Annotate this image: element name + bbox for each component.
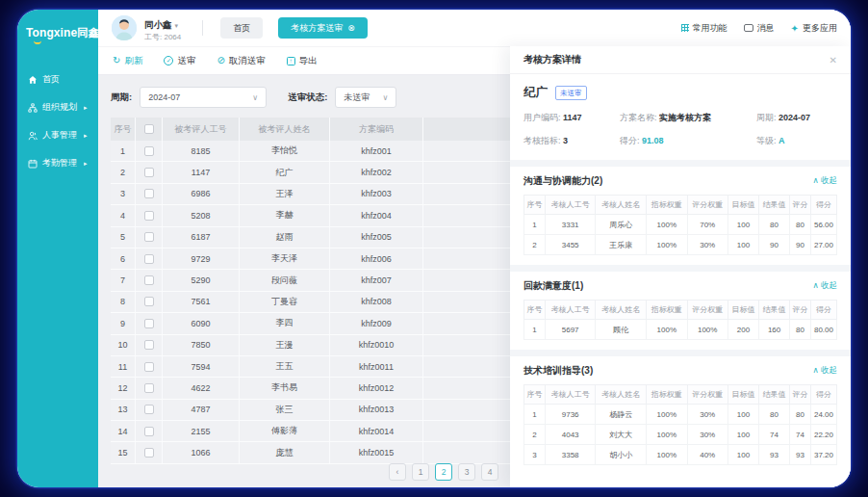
chevron-down-icon: ▾ (175, 22, 179, 29)
section-header: 技术培训指导(3)∧ 收起 (523, 364, 837, 378)
row-checkbox[interactable] (144, 448, 154, 458)
info-item: 考核指标: 3 (523, 135, 620, 147)
sidebar-item-label: 组织规划 (42, 101, 77, 114)
plan-code: khfz004 (330, 205, 423, 225)
sidebar-item-hr[interactable]: 人事管理 ▸ (17, 121, 98, 149)
section-table-row: 19736杨静云100%30%100808024.00 (524, 405, 837, 425)
row-number: 6 (111, 248, 136, 269)
section-cell: 100% (647, 425, 687, 445)
messages-button[interactable]: 消息 (744, 22, 775, 35)
row-number: 14 (111, 421, 136, 441)
row-checkbox[interactable] (144, 427, 154, 436)
row-checkbox[interactable] (144, 146, 154, 156)
collapse-button[interactable]: ∧ 收起 (812, 175, 837, 187)
collapse-button[interactable]: ∧ 收起 (812, 280, 837, 292)
employee-id: 7594 (163, 356, 240, 377)
section-cell: 100% (647, 215, 687, 235)
col-header-select (136, 118, 163, 141)
section-table-row: 24043刘大大100%30%100747422.20 (524, 425, 837, 445)
person-summary: 纪广 未送审 用户编码: 1147方案名称: 实施考核方案周期: 2024-07… (510, 74, 851, 160)
employee-id: 7561 (163, 292, 240, 312)
section-col-header: 序号 (524, 301, 546, 320)
row-checkbox[interactable] (144, 405, 154, 414)
col-header-code: 方案编码 (330, 118, 423, 141)
row-number: 5 (111, 227, 136, 248)
row-checkbox[interactable] (144, 297, 154, 306)
common-functions-button[interactable]: 常用功能 (681, 22, 728, 35)
user-menu[interactable]: 同小鑫▾ 工号: 2064 (144, 14, 181, 42)
info-item: 等级: A (756, 135, 837, 147)
tool-label: 送审 (177, 55, 195, 67)
page-button[interactable]: 2 (435, 463, 452, 481)
indicator-section: 技术培训指导(3)∧ 收起序号考核人工号考核人姓名指标权重评分权重目标值结果值评… (510, 350, 851, 475)
row-number: 12 (111, 378, 136, 398)
collapse-button[interactable]: ∧ 收起 (812, 365, 837, 377)
plan-code: khfz001 (330, 141, 423, 161)
section-col-header: 目标值 (728, 196, 758, 215)
row-checkbox[interactable] (144, 189, 154, 198)
info-label: 用户编码: (523, 113, 563, 122)
section-col-header: 考核人姓名 (596, 196, 647, 215)
section-cell: 80 (759, 215, 790, 235)
status-select[interactable]: 未送审 ∨ (335, 87, 396, 108)
page-button[interactable]: 1 (412, 463, 429, 481)
select-all-checkbox[interactable] (144, 124, 154, 134)
avatar[interactable] (112, 15, 137, 40)
section-col-header: 考核人工号 (545, 196, 596, 215)
submit-review-button[interactable]: ✓ 送审 (164, 55, 195, 67)
row-select-cell (136, 184, 163, 204)
more-apps-button[interactable]: ✦ 更多应用 (791, 22, 837, 35)
cancel-submit-button[interactable]: ⊘ 取消送审 (217, 55, 265, 67)
row-number: 2 (111, 162, 136, 182)
row-select-cell (136, 227, 163, 248)
drawer-sections: 沟通与协调能力(2)∧ 收起序号考核人工号考核人姓名指标权重评分权重目标值结果值… (510, 160, 851, 475)
section-cell: 3331 (545, 215, 596, 235)
sidebar-menu: 首页 组织规划 ▸ 人事管理 ▸ 考勤管理 ▸ (17, 65, 98, 177)
plan-code: khfz0011 (330, 356, 423, 377)
info-value: 91.08 (642, 136, 664, 145)
row-select-cell (136, 442, 163, 462)
employee-name: 王漫 (240, 335, 330, 355)
section-cell: 1 (524, 215, 546, 235)
row-checkbox[interactable] (144, 168, 154, 177)
people-icon (28, 131, 38, 141)
section-title: 技术培训指导(3) (523, 364, 593, 378)
section-col-header: 考核人姓名 (596, 385, 647, 405)
close-icon[interactable]: ✕ (830, 55, 837, 65)
row-select-cell (136, 421, 163, 441)
chevron-right-icon: ▸ (84, 132, 88, 140)
row-checkbox[interactable] (144, 211, 154, 221)
logo-smile-icon (34, 39, 41, 44)
page-button[interactable]: 4 (481, 463, 498, 481)
employee-id: 6090 (163, 313, 240, 333)
row-checkbox[interactable] (144, 254, 154, 264)
row-checkbox[interactable] (144, 362, 154, 372)
check-circle-icon: ✓ (164, 56, 173, 65)
row-checkbox[interactable] (144, 232, 154, 242)
sidebar-item-home[interactable]: 首页 (17, 65, 98, 93)
chevron-down-icon: ∨ (382, 93, 388, 102)
section-cell: 80 (790, 215, 811, 235)
sidebar-item-org-planning[interactable]: 组织规划 ▸ (17, 93, 98, 121)
employee-name: 庞慧 (240, 442, 330, 462)
close-tab-icon[interactable]: ⊗ (347, 23, 355, 33)
row-select-cell (136, 356, 163, 377)
section-col-header: 评分权重 (687, 196, 728, 215)
export-icon: ↑ (287, 57, 295, 65)
refresh-button[interactable]: ↻ 刷新 (113, 55, 142, 67)
section-header: 沟通与协调能力(2)∧ 收起 (523, 174, 837, 188)
page-button[interactable]: 3 (458, 463, 475, 481)
employee-name: 李怡悦 (240, 141, 330, 161)
period-select[interactable]: 2024-07 ∨ (140, 87, 267, 108)
row-checkbox[interactable] (144, 319, 154, 328)
row-checkbox[interactable] (144, 275, 154, 285)
section-table-header-row: 序号考核人工号考核人姓名指标权重评分权重目标值结果值评分得分 (524, 196, 837, 215)
tab-home[interactable]: 首页 (220, 17, 263, 39)
prev-page-button[interactable]: ‹ (389, 463, 406, 481)
sidebar-item-attendance[interactable]: 考勤管理 ▸ (17, 149, 98, 177)
tab-assessment-submission[interactable]: 考核方案送审 ⊗ (278, 17, 368, 39)
export-button[interactable]: ↑ 导出 (287, 55, 318, 67)
row-checkbox[interactable] (144, 383, 154, 393)
row-checkbox[interactable] (144, 340, 154, 350)
section-cell: 40% (687, 445, 728, 465)
